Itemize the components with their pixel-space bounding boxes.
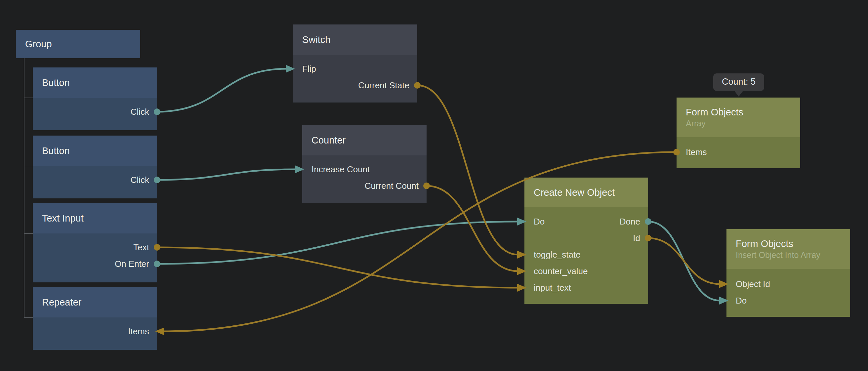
port-items[interactable]: Items <box>128 326 149 337</box>
node-subtitle: Insert Object Into Array <box>736 250 841 260</box>
node-header: Button <box>33 67 157 98</box>
port-text[interactable]: Text <box>133 242 149 253</box>
port-flip[interactable]: Flip <box>302 63 316 74</box>
port-current-count[interactable]: Current Count <box>365 180 418 191</box>
node-header: Button <box>33 135 157 166</box>
port-on-enter[interactable]: On Enter <box>115 258 149 270</box>
node-group[interactable]: Group <box>16 30 140 58</box>
port-do[interactable]: Do <box>736 295 747 306</box>
count-tooltip: Count: 5 <box>713 73 764 91</box>
node-switch[interactable]: SwitchFlipCurrent State <box>293 25 417 102</box>
port-click[interactable]: Click <box>131 174 149 185</box>
port-do[interactable]: Do <box>534 216 545 227</box>
node-text_input[interactable]: Text InputTextOn Enter <box>33 203 157 282</box>
node-form_objects_insert[interactable]: Form ObjectsInsert Object Into ArrayObje… <box>726 229 850 317</box>
node-button_2[interactable]: ButtonClick <box>33 135 157 198</box>
node-title: Text Input <box>42 213 148 224</box>
node-title: Switch <box>302 34 408 45</box>
port-done[interactable]: Done <box>620 216 640 227</box>
node-form_objects_array[interactable]: Form ObjectsArrayItems <box>677 97 800 168</box>
nodes-layer: GroupButtonClickButtonClickText InputTex… <box>0 0 868 371</box>
port-click[interactable]: Click <box>131 106 149 117</box>
node-body <box>726 269 850 317</box>
port-counter-value[interactable]: counter_value <box>534 266 588 277</box>
port-items[interactable]: Items <box>686 147 707 158</box>
port-input-text[interactable]: input_text <box>534 282 571 293</box>
node-header: Group <box>16 30 140 58</box>
node-title: Form Objects <box>736 239 841 249</box>
node-header: Counter <box>302 125 427 155</box>
node-title: Button <box>42 78 148 88</box>
node-create_new_object[interactable]: Create New ObjectDoDoneIdtoggle_statecou… <box>524 178 648 304</box>
node-header: Form ObjectsInsert Object Into Array <box>726 229 850 269</box>
port-toggle-state[interactable]: toggle_state <box>534 249 581 260</box>
node-header: Form ObjectsArray <box>677 97 800 137</box>
node-title: Button <box>42 146 148 156</box>
node-subtitle: Array <box>686 119 791 128</box>
node-header: Repeater <box>33 287 157 317</box>
node-body <box>302 155 427 203</box>
node-body <box>33 234 157 282</box>
port-object-id[interactable]: Object Id <box>736 278 770 290</box>
node-header: Create New Object <box>524 178 648 207</box>
node-header: Switch <box>293 25 417 55</box>
port-increase-count[interactable]: Increase Count <box>311 164 370 175</box>
node-title: Repeater <box>42 297 148 308</box>
node-title: Create New Object <box>534 187 639 198</box>
node-header: Text Input <box>33 203 157 234</box>
node-button_1[interactable]: ButtonClick <box>33 67 157 130</box>
node-title: Form Objects <box>686 107 791 118</box>
port-id[interactable]: Id <box>633 233 640 244</box>
node-body <box>293 55 417 102</box>
node-title: Group <box>25 39 131 50</box>
port-current-state[interactable]: Current State <box>358 80 409 91</box>
node-title: Counter <box>311 135 417 146</box>
node-counter[interactable]: CounterIncrease CountCurrent Count <box>302 125 427 203</box>
node-canvas[interactable]: GroupButtonClickButtonClickText InputTex… <box>0 0 868 371</box>
node-repeater[interactable]: RepeaterItems <box>33 287 157 350</box>
